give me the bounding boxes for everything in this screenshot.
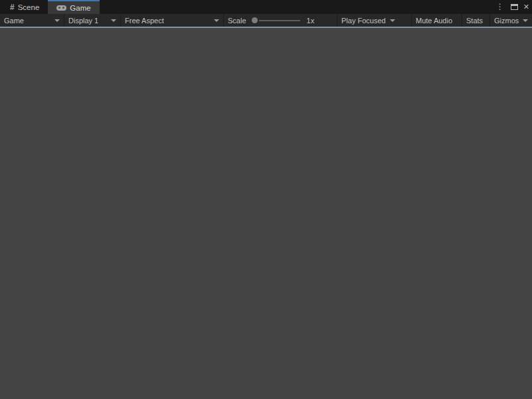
stats-button[interactable]: Stats (462, 14, 489, 27)
scale-slider-knob[interactable] (252, 17, 258, 23)
window-controls: ⋮ ✕ (495, 0, 529, 13)
scale-value: 1x (307, 17, 315, 25)
chevron-down-icon (390, 19, 395, 22)
gizmos-label: Gizmos (494, 17, 519, 25)
aspect-dropdown[interactable]: Free Aspect (120, 14, 223, 27)
close-icon[interactable]: ✕ (523, 3, 529, 11)
game-viewport[interactable] (0, 28, 532, 399)
gizmos-dropdown[interactable]: Gizmos (489, 14, 532, 27)
play-focused-label: Play Focused (341, 17, 386, 25)
aspect-dropdown-label: Free Aspect (125, 17, 164, 25)
chevron-down-icon (54, 19, 60, 22)
display-dropdown-label: Display 1 (68, 17, 98, 25)
game-view-toolbar: Game Display 1 Free Aspect Scale 1x Play… (0, 14, 532, 28)
scale-slider-group: Scale 1x (223, 14, 335, 27)
maximize-icon[interactable] (511, 4, 518, 10)
chevron-down-icon (214, 19, 219, 22)
chevron-down-icon (523, 19, 528, 22)
tab-scene[interactable]: # Scene (1, 0, 48, 14)
display-dropdown[interactable]: Display 1 (64, 14, 120, 27)
tab-game[interactable]: Game (48, 0, 99, 14)
scale-slider-track[interactable] (259, 20, 300, 21)
view-tab-bar: # Scene Game ⋮ ✕ (0, 0, 532, 14)
tab-game-label: Game (70, 4, 90, 12)
mute-audio-button[interactable]: Mute Audio (411, 14, 462, 27)
kebab-menu-icon[interactable]: ⋮ (495, 3, 505, 11)
tab-scene-label: Scene (18, 3, 40, 11)
sky (0, 28, 532, 213)
play-focused-dropdown[interactable]: Play Focused (337, 14, 411, 27)
game-dropdown[interactable]: Game (0, 14, 64, 27)
gamepad-icon (56, 5, 66, 11)
unity-game-window: # Scene Game ⋮ ✕ Game Display 1 Free Asp… (0, 0, 532, 399)
scale-label: Scale (228, 17, 246, 25)
stats-label: Stats (466, 17, 483, 25)
chevron-down-icon (111, 19, 116, 22)
mute-audio-label: Mute Audio (416, 17, 452, 25)
scene-grid-icon: # (10, 3, 15, 12)
game-dropdown-label: Game (4, 17, 24, 25)
